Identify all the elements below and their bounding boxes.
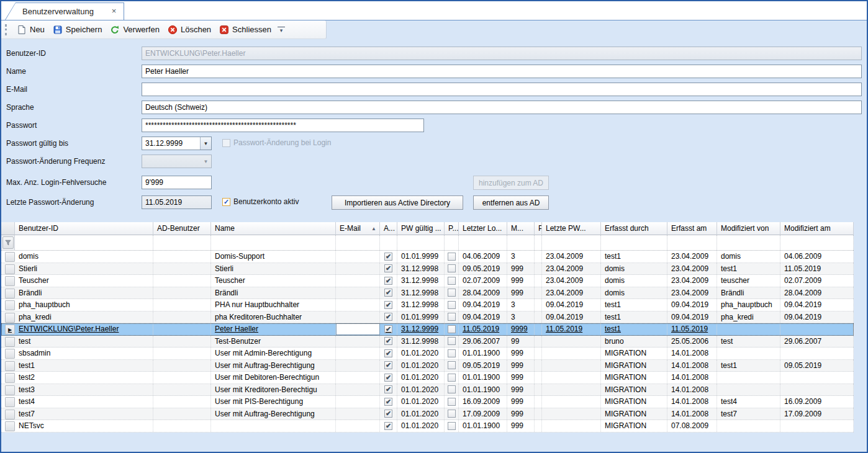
cell-name[interactable]: pha Kreditoren-Buchhalter bbox=[211, 312, 336, 323]
cell-modifiziert-von[interactable]: test4 bbox=[717, 396, 780, 408]
cell-ad-benutzer[interactable] bbox=[153, 408, 211, 420]
cell-erfasst-am[interactable]: 14.01.2008 bbox=[667, 360, 717, 372]
cell-aktiv[interactable]: ✔ bbox=[380, 396, 397, 408]
cell-erfasst-durch[interactable]: domis bbox=[601, 263, 667, 275]
cell-e-mail[interactable] bbox=[336, 372, 380, 383]
checkbox-checked-icon[interactable]: ✔ bbox=[384, 313, 392, 321]
cell-ad-benutzer[interactable] bbox=[153, 336, 211, 348]
filter-cell-max-fehlversuche[interactable] bbox=[507, 235, 535, 250]
row-header[interactable] bbox=[1, 348, 15, 359]
cell-erfasst-durch[interactable]: test1 bbox=[601, 251, 667, 262]
cell-pw-wechsel[interactable] bbox=[445, 408, 459, 420]
cell-ad-benutzer[interactable] bbox=[153, 251, 211, 262]
cell-benutzer-id[interactable]: Teuscher bbox=[15, 275, 153, 287]
filter-cell-pw-wechsel[interactable] bbox=[445, 235, 459, 250]
cell-letzter-login[interactable]: 01.01.1900 bbox=[459, 372, 507, 383]
cell-erfasst-am[interactable]: 07.08.2009 bbox=[667, 420, 717, 432]
table-row[interactable]: pha_hauptbuchPHA nur Hauptbuchhalter✔31.… bbox=[1, 299, 854, 312]
cell-name[interactable] bbox=[211, 420, 336, 432]
cell-modifiziert-am[interactable]: 28.04.2009 bbox=[780, 287, 854, 299]
table-row[interactable]: test4User mit PIS-Berechtigung✔01.01.202… bbox=[1, 396, 854, 408]
checkbox-unchecked-icon[interactable] bbox=[448, 398, 456, 406]
cell-ad-benutzer[interactable] bbox=[153, 263, 211, 275]
cell-letzte-pw[interactable] bbox=[542, 396, 601, 408]
cell-ad-benutzer[interactable] bbox=[153, 287, 211, 299]
cell-erfasst-am[interactable]: 23.04.2009 bbox=[667, 275, 717, 287]
cell-p[interactable] bbox=[535, 396, 542, 408]
cell-max-fehlversuche[interactable]: 999 bbox=[507, 384, 535, 396]
cell-pw-wechsel[interactable] bbox=[445, 299, 459, 311]
delete-button[interactable]: Löschen bbox=[165, 23, 216, 37]
cell-p[interactable] bbox=[535, 263, 542, 275]
column-header-aktiv[interactable]: A... bbox=[380, 222, 397, 235]
cell-letzter-login[interactable]: 02.07.2009 bbox=[459, 275, 507, 287]
cell-letzter-login[interactable]: 29.06.2007 bbox=[459, 336, 507, 348]
table-row[interactable]: ▶ENTWICKLUNG\Peter.HaellerPeter Haeller✔… bbox=[1, 323, 854, 336]
cell-ad-benutzer[interactable] bbox=[153, 323, 211, 335]
cell-letzte-pw[interactable]: 09.04.2019 bbox=[542, 299, 601, 311]
cell-letzter-login[interactable]: 04.06.2009 bbox=[459, 251, 507, 262]
checkbox-checked-icon[interactable]: ✔ bbox=[384, 264, 392, 272]
column-header-p[interactable]: P bbox=[535, 222, 542, 235]
cell-e-mail[interactable] bbox=[336, 323, 380, 335]
cell-pw-wechsel[interactable] bbox=[445, 336, 459, 348]
cell-aktiv[interactable]: ✔ bbox=[380, 299, 397, 311]
cell-name[interactable]: Teuscher bbox=[211, 275, 336, 287]
cell-modifiziert-von[interactable]: pha_hauptbuch bbox=[717, 299, 780, 311]
cell-modifiziert-von[interactable] bbox=[717, 348, 780, 359]
row-header[interactable] bbox=[1, 384, 15, 396]
cell-name[interactable]: PHA nur Hauptbuchhalter bbox=[211, 299, 336, 311]
cell-pw-gueltig[interactable]: 31.12.9999 bbox=[397, 323, 445, 335]
cell-pw-gueltig[interactable]: 01.01.9999 bbox=[397, 251, 445, 262]
column-header-letzte-pw[interactable]: Letzte PW... bbox=[542, 222, 601, 235]
sprache-field[interactable] bbox=[142, 101, 862, 114]
checkbox-checked-icon[interactable]: ✔ bbox=[384, 361, 392, 369]
column-header-max-fehlversuche[interactable]: M... bbox=[507, 222, 535, 235]
checkbox-unchecked-icon[interactable] bbox=[448, 277, 456, 285]
cell-aktiv[interactable]: ✔ bbox=[380, 372, 397, 383]
cell-name[interactable]: User mit Admin-Berechtigung bbox=[211, 348, 336, 359]
checkbox-checked-icon[interactable]: ✔ bbox=[384, 410, 392, 418]
cell-aktiv[interactable]: ✔ bbox=[380, 251, 397, 262]
cell-e-mail[interactable] bbox=[336, 336, 380, 348]
cell-p[interactable] bbox=[535, 312, 542, 323]
cell-benutzer-id[interactable]: Brändli bbox=[15, 287, 153, 299]
checkbox-checked-icon[interactable]: ✔ bbox=[384, 289, 392, 297]
filter-cell-e-mail[interactable] bbox=[336, 235, 380, 250]
cell-erfasst-durch[interactable]: bruno bbox=[601, 336, 667, 348]
cell-modifiziert-am[interactable]: 17.09.2009 bbox=[780, 408, 854, 420]
cell-pw-gueltig[interactable]: 01.01.2020 bbox=[397, 396, 445, 408]
cell-pw-gueltig[interactable]: 31.12.9998 bbox=[397, 299, 445, 311]
cell-modifiziert-am[interactable]: 09.05.2019 bbox=[780, 360, 854, 372]
cell-erfasst-durch[interactable]: test1 bbox=[601, 299, 667, 311]
email-field[interactable] bbox=[142, 83, 862, 96]
cell-modifiziert-von[interactable] bbox=[717, 420, 780, 432]
checkbox-checked-icon[interactable]: ✔ bbox=[384, 422, 392, 430]
cell-benutzer-id[interactable]: sbsadmin bbox=[15, 348, 153, 359]
column-header-modifiziert-am[interactable]: Modifiziert am bbox=[780, 222, 854, 235]
cell-letzte-pw[interactable]: 09.04.2019 bbox=[542, 312, 601, 323]
cell-erfasst-am[interactable]: 09.04.2019 bbox=[667, 299, 717, 311]
checkbox-checked-icon[interactable]: ✔ bbox=[384, 349, 392, 357]
cell-p[interactable] bbox=[535, 384, 542, 396]
row-header[interactable] bbox=[1, 360, 15, 372]
cell-pw-wechsel[interactable] bbox=[445, 287, 459, 299]
row-header[interactable] bbox=[1, 420, 15, 432]
cell-erfasst-am[interactable]: 23.04.2009 bbox=[667, 251, 717, 262]
cell-modifiziert-von[interactable]: test1 bbox=[717, 263, 780, 275]
cell-e-mail[interactable] bbox=[336, 396, 380, 408]
filter-cell-name[interactable] bbox=[211, 235, 336, 250]
cell-modifiziert-von[interactable] bbox=[717, 384, 780, 396]
new-button[interactable]: Neu bbox=[14, 23, 50, 37]
cell-erfasst-am[interactable]: 14.01.2008 bbox=[667, 408, 717, 420]
cell-modifiziert-am[interactable] bbox=[780, 372, 854, 383]
cell-pw-gueltig[interactable]: 31.12.9998 bbox=[397, 263, 445, 275]
cell-p[interactable] bbox=[535, 336, 542, 348]
cell-max-fehlversuche[interactable]: 999 bbox=[507, 263, 535, 275]
cell-modifiziert-am[interactable] bbox=[780, 348, 854, 359]
cell-letzter-login[interactable]: 01.01.1900 bbox=[459, 420, 507, 432]
cell-name[interactable]: User mit PIS-Berechtigung bbox=[211, 396, 336, 408]
row-header[interactable] bbox=[1, 299, 15, 311]
cell-name[interactable]: Test-Benutzer bbox=[211, 336, 336, 348]
cell-erfasst-am[interactable]: 11.05.2019 bbox=[667, 323, 717, 335]
